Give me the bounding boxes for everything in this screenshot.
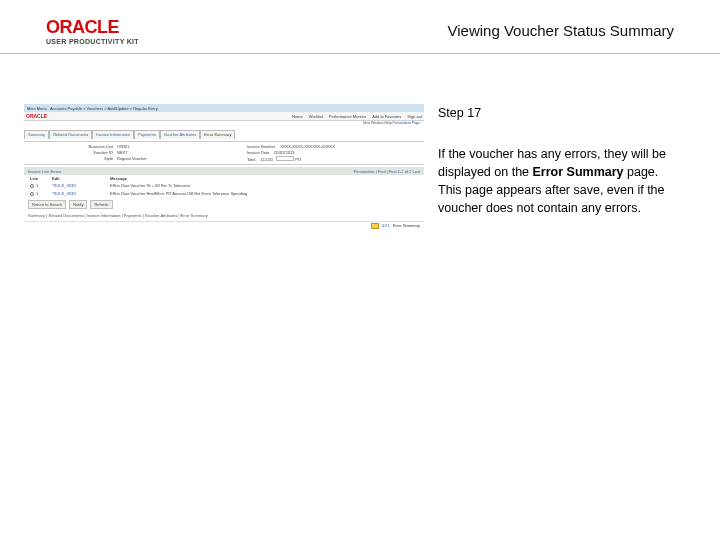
- bottom-label: Error Summary: [393, 223, 420, 228]
- mini-footer-links[interactable]: Summary | Related Documents | Invoice In…: [24, 212, 424, 219]
- menu-performance[interactable]: Performance Monitor: [329, 114, 366, 119]
- invoice-date-label: Invoice Date: [247, 150, 273, 155]
- row-msg: Effctv Date Voucher Hrw/Effctv PO Amount…: [110, 191, 247, 196]
- instruction-text: If the voucher has any errors, they will…: [438, 145, 670, 218]
- col-message: Message: [110, 176, 127, 181]
- business-unit-label: Business Unit: [27, 144, 117, 149]
- brand-logo: ORACLE USER PRODUCTIVITY KIT: [46, 18, 139, 45]
- tab-error-summary[interactable]: Error Summary: [200, 130, 235, 138]
- invoice-line-errors-bar: Invoice Line Errors Personalize | Find |…: [24, 167, 424, 175]
- col-line: Line: [30, 176, 44, 181]
- style-value: Regular Voucher: [117, 156, 247, 162]
- mini-form-grid: Business Unit US001 Invoice Number XXXX-…: [24, 141, 424, 166]
- tab-related-docs[interactable]: Related Documents: [49, 130, 92, 138]
- row-checkbox[interactable]: [30, 184, 34, 188]
- invoice-number-value: XXXX-XXXX-XXXXXX-XXXXX: [280, 144, 335, 149]
- step-label: Step 17: [438, 104, 670, 122]
- style-label: Style: [27, 156, 117, 162]
- menu-favorites[interactable]: Add to Favorites: [372, 114, 401, 119]
- tab-voucher-attr[interactable]: Voucher Attributes: [160, 130, 200, 138]
- mini-oracle-logo: ORACLE: [26, 113, 47, 120]
- row-id[interactable]: *RULE_V030: [52, 191, 102, 196]
- tab-invoice-info[interactable]: Invoice Information: [92, 130, 134, 138]
- invoice-number-label: Invoice Number: [247, 144, 279, 149]
- new-window-link[interactable]: New Window Help: [363, 121, 393, 125]
- return-to-search-button[interactable]: Return to Search: [28, 200, 66, 209]
- row-checkbox[interactable]: [30, 192, 34, 196]
- note-icon[interactable]: [371, 223, 379, 229]
- tab-payments[interactable]: Payments: [134, 130, 160, 138]
- mini-breadcrumb-bar: Main Menu Accounts Payable > Vouchers > …: [24, 104, 424, 112]
- menu-home[interactable]: Home: [292, 114, 303, 119]
- brand-main: ORACLE: [46, 18, 139, 38]
- business-unit-value: US001: [117, 144, 247, 149]
- invoice-date-value: 05/02/2013: [274, 150, 294, 155]
- total-value: 111.00: [261, 157, 273, 162]
- embedded-app-screenshot: Main Menu Accounts Payable > Vouchers > …: [24, 104, 424, 229]
- mini-bottom-bar: 6/11 Error Summary: [24, 221, 424, 229]
- total-label: Total: [247, 157, 259, 162]
- table-row: 1 *RULE_V030 Effctv Date Voucher Gt + 60…: [24, 182, 424, 189]
- menu-signout[interactable]: Sign out: [407, 114, 422, 119]
- error-table-header: Line Edit Message: [24, 175, 424, 182]
- refresh-button[interactable]: Refresh: [90, 200, 112, 209]
- breadcrumb-root[interactable]: Main Menu: [27, 106, 47, 111]
- mini-menubar: ORACLE Home Worklist Performance Monitor…: [24, 112, 424, 121]
- mini-button-row: Return to Search Notify Refresh: [24, 197, 424, 212]
- breadcrumb-path: Accounts Payable > Vouchers > Add/Update…: [50, 106, 158, 111]
- error-summary-term: Error Summary: [533, 165, 624, 179]
- section-title: Invoice Line Errors: [28, 169, 61, 174]
- menu-worklist[interactable]: Worklist: [309, 114, 323, 119]
- row-msg: Effctv Date Voucher Gt + 60 Grc % Tolera…: [110, 183, 190, 188]
- mini-subheader: New Window Help Personalize Page: [24, 121, 424, 128]
- section-controls[interactable]: Personalize | Find | First 1-2 of 2 Last: [354, 169, 420, 174]
- voucher-id-label: Voucher ID: [27, 150, 117, 155]
- voucher-id-value: NEXT: [117, 150, 247, 155]
- row-id[interactable]: *RULE_V030: [52, 183, 102, 188]
- brand-sub: USER PRODUCTIVITY KIT: [46, 38, 139, 46]
- tab-summary[interactable]: Summary: [24, 130, 49, 138]
- table-row: 1 *RULE_V030 Effctv Date Voucher Hrw/Eff…: [24, 190, 424, 197]
- po-label: PO: [295, 157, 301, 162]
- col-edit: Edit: [52, 176, 102, 181]
- page-title: Viewing Voucher Status Summary: [447, 18, 674, 39]
- po-input[interactable]: [276, 156, 294, 161]
- page-indicator: 6/11: [382, 223, 390, 228]
- notify-button[interactable]: Notify: [69, 200, 87, 209]
- mini-tabstrip: Summary Related Documents Invoice Inform…: [24, 130, 424, 138]
- personalize-link[interactable]: Personalize Page: [393, 121, 420, 125]
